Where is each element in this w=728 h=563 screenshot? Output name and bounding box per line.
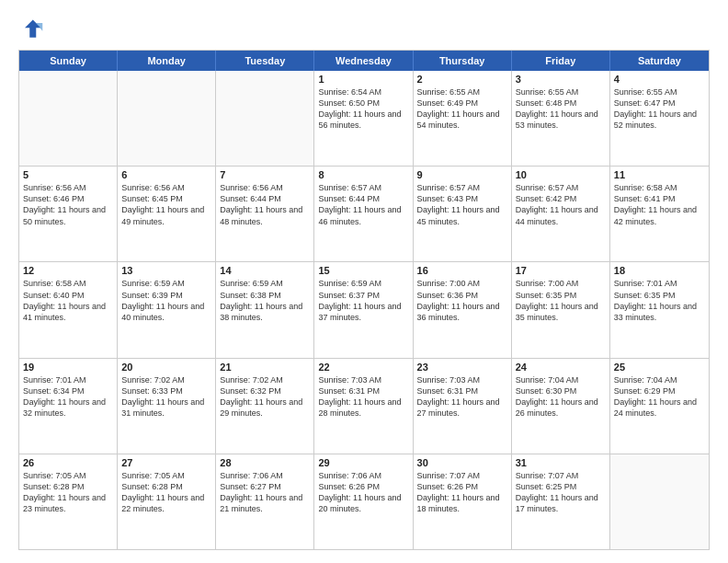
calendar-week-1: 1Sunrise: 6:54 AM Sunset: 6:50 PM Daylig…	[19, 71, 709, 166]
calendar-day-28: 28Sunrise: 7:06 AM Sunset: 6:27 PM Dayli…	[216, 454, 314, 549]
header-day-monday: Monday	[118, 51, 216, 71]
cell-info: Sunrise: 6:59 AM Sunset: 6:37 PM Dayligh…	[318, 278, 408, 323]
day-number: 18	[614, 265, 705, 276]
calendar-week-4: 19Sunrise: 7:01 AM Sunset: 6:34 PM Dayli…	[19, 358, 709, 454]
cell-info: Sunrise: 7:07 AM Sunset: 6:26 PM Dayligh…	[417, 470, 507, 515]
calendar-day-13: 13Sunrise: 6:59 AM Sunset: 6:39 PM Dayli…	[118, 262, 216, 357]
calendar-day-11: 11Sunrise: 6:58 AM Sunset: 6:41 PM Dayli…	[610, 167, 709, 261]
cell-info: Sunrise: 7:06 AM Sunset: 6:26 PM Dayligh…	[318, 470, 408, 515]
cell-info: Sunrise: 7:02 AM Sunset: 6:33 PM Dayligh…	[121, 374, 211, 419]
cell-info: Sunrise: 7:05 AM Sunset: 6:28 PM Dayligh…	[121, 470, 211, 515]
calendar-day-7: 7Sunrise: 6:56 AM Sunset: 6:44 PM Daylig…	[216, 167, 314, 261]
cell-info: Sunrise: 7:01 AM Sunset: 6:34 PM Dayligh…	[23, 374, 113, 419]
calendar-day-12: 12Sunrise: 6:58 AM Sunset: 6:40 PM Dayli…	[19, 262, 118, 357]
calendar-day-17: 17Sunrise: 7:00 AM Sunset: 6:35 PM Dayli…	[512, 262, 610, 357]
calendar-day-5: 5Sunrise: 6:56 AM Sunset: 6:46 PM Daylig…	[19, 167, 118, 261]
day-number: 12	[23, 265, 113, 276]
day-number: 8	[318, 169, 408, 180]
page: SundayMondayTuesdayWednesdayThursdayFrid…	[0, 0, 728, 563]
header	[18, 17, 710, 42]
header-day-thursday: Thursday	[414, 51, 512, 71]
calendar-day-27: 27Sunrise: 7:05 AM Sunset: 6:28 PM Dayli…	[118, 454, 216, 549]
calendar-day-8: 8Sunrise: 6:57 AM Sunset: 6:44 PM Daylig…	[314, 167, 413, 261]
cell-info: Sunrise: 6:55 AM Sunset: 6:48 PM Dayligh…	[516, 86, 606, 132]
header-day-friday: Friday	[512, 51, 610, 71]
cell-info: Sunrise: 7:02 AM Sunset: 6:32 PM Dayligh…	[220, 374, 310, 419]
day-number: 3	[516, 74, 606, 85]
header-day-sunday: Sunday	[19, 51, 118, 71]
calendar-day-22: 22Sunrise: 7:03 AM Sunset: 6:31 PM Dayli…	[314, 359, 413, 454]
day-number: 14	[220, 265, 310, 276]
cell-info: Sunrise: 6:57 AM Sunset: 6:44 PM Dayligh…	[318, 182, 408, 227]
calendar-day-29: 29Sunrise: 7:06 AM Sunset: 6:26 PM Dayli…	[314, 454, 413, 549]
calendar-day-9: 9Sunrise: 6:57 AM Sunset: 6:43 PM Daylig…	[414, 167, 512, 261]
day-number: 15	[318, 265, 408, 276]
cell-info: Sunrise: 6:56 AM Sunset: 6:44 PM Dayligh…	[220, 182, 310, 227]
calendar-day-4: 4Sunrise: 6:55 AM Sunset: 6:47 PM Daylig…	[610, 71, 709, 166]
cell-info: Sunrise: 7:00 AM Sunset: 6:35 PM Dayligh…	[516, 278, 606, 323]
day-number: 26	[23, 457, 113, 468]
calendar-empty-cell	[19, 71, 118, 166]
day-number: 25	[614, 362, 705, 373]
calendar: SundayMondayTuesdayWednesdayThursdayFrid…	[18, 50, 710, 550]
calendar-day-23: 23Sunrise: 7:03 AM Sunset: 6:31 PM Dayli…	[414, 359, 512, 454]
cell-info: Sunrise: 6:55 AM Sunset: 6:47 PM Dayligh…	[614, 86, 705, 132]
calendar-body: 1Sunrise: 6:54 AM Sunset: 6:50 PM Daylig…	[19, 71, 709, 549]
cell-info: Sunrise: 6:57 AM Sunset: 6:42 PM Dayligh…	[516, 182, 606, 227]
day-number: 4	[614, 74, 705, 85]
calendar-day-25: 25Sunrise: 7:04 AM Sunset: 6:29 PM Dayli…	[610, 359, 709, 454]
cell-info: Sunrise: 7:06 AM Sunset: 6:27 PM Dayligh…	[220, 470, 310, 515]
cell-info: Sunrise: 7:01 AM Sunset: 6:35 PM Dayligh…	[614, 278, 705, 323]
day-number: 29	[318, 457, 408, 468]
calendar-empty-cell	[610, 454, 709, 549]
day-number: 27	[121, 457, 211, 468]
calendar-day-24: 24Sunrise: 7:04 AM Sunset: 6:30 PM Dayli…	[512, 359, 610, 454]
day-number: 16	[417, 265, 507, 276]
calendar-empty-cell	[216, 71, 314, 166]
day-number: 21	[220, 362, 310, 373]
header-day-saturday: Saturday	[610, 51, 709, 71]
day-number: 24	[516, 362, 606, 373]
cell-info: Sunrise: 6:58 AM Sunset: 6:40 PM Dayligh…	[23, 278, 113, 323]
day-number: 28	[220, 457, 310, 468]
cell-info: Sunrise: 6:57 AM Sunset: 6:43 PM Dayligh…	[417, 182, 507, 227]
calendar-day-26: 26Sunrise: 7:05 AM Sunset: 6:28 PM Dayli…	[19, 454, 118, 549]
day-number: 5	[23, 169, 113, 180]
day-number: 9	[417, 169, 507, 180]
cell-info: Sunrise: 6:59 AM Sunset: 6:39 PM Dayligh…	[121, 278, 211, 323]
calendar-day-10: 10Sunrise: 6:57 AM Sunset: 6:42 PM Dayli…	[512, 167, 610, 261]
calendar-day-14: 14Sunrise: 6:59 AM Sunset: 6:38 PM Dayli…	[216, 262, 314, 357]
cell-info: Sunrise: 6:58 AM Sunset: 6:41 PM Dayligh…	[614, 182, 705, 227]
day-number: 13	[121, 265, 211, 276]
calendar-day-1: 1Sunrise: 6:54 AM Sunset: 6:50 PM Daylig…	[314, 71, 413, 166]
day-number: 23	[417, 362, 507, 373]
cell-info: Sunrise: 7:04 AM Sunset: 6:30 PM Dayligh…	[516, 374, 606, 419]
cell-info: Sunrise: 6:54 AM Sunset: 6:50 PM Dayligh…	[318, 86, 408, 132]
calendar-empty-cell	[118, 71, 216, 166]
calendar-day-31: 31Sunrise: 7:07 AM Sunset: 6:25 PM Dayli…	[512, 454, 610, 549]
day-number: 19	[23, 362, 113, 373]
cell-info: Sunrise: 6:56 AM Sunset: 6:46 PM Dayligh…	[23, 182, 113, 227]
calendar-day-6: 6Sunrise: 6:56 AM Sunset: 6:45 PM Daylig…	[118, 167, 216, 261]
day-number: 11	[614, 169, 705, 180]
svg-marker-0	[25, 20, 41, 38]
calendar-day-2: 2Sunrise: 6:55 AM Sunset: 6:49 PM Daylig…	[414, 71, 512, 166]
day-number: 30	[417, 457, 507, 468]
calendar-day-15: 15Sunrise: 6:59 AM Sunset: 6:37 PM Dayli…	[314, 262, 413, 357]
logo-icon	[18, 17, 44, 42]
calendar-week-5: 26Sunrise: 7:05 AM Sunset: 6:28 PM Dayli…	[19, 454, 709, 549]
cell-info: Sunrise: 6:56 AM Sunset: 6:45 PM Dayligh…	[121, 182, 211, 227]
cell-info: Sunrise: 7:03 AM Sunset: 6:31 PM Dayligh…	[318, 374, 408, 419]
day-number: 17	[516, 265, 606, 276]
header-day-wednesday: Wednesday	[314, 51, 413, 71]
day-number: 1	[318, 74, 408, 85]
calendar-day-21: 21Sunrise: 7:02 AM Sunset: 6:32 PM Dayli…	[216, 359, 314, 454]
calendar-day-20: 20Sunrise: 7:02 AM Sunset: 6:33 PM Dayli…	[118, 359, 216, 454]
calendar-day-3: 3Sunrise: 6:55 AM Sunset: 6:48 PM Daylig…	[512, 71, 610, 166]
header-day-tuesday: Tuesday	[216, 51, 314, 71]
cell-info: Sunrise: 7:04 AM Sunset: 6:29 PM Dayligh…	[614, 374, 705, 419]
calendar-header: SundayMondayTuesdayWednesdayThursdayFrid…	[19, 51, 709, 71]
day-number: 2	[417, 74, 507, 85]
cell-info: Sunrise: 7:03 AM Sunset: 6:31 PM Dayligh…	[417, 374, 507, 419]
calendar-day-18: 18Sunrise: 7:01 AM Sunset: 6:35 PM Dayli…	[610, 262, 709, 357]
